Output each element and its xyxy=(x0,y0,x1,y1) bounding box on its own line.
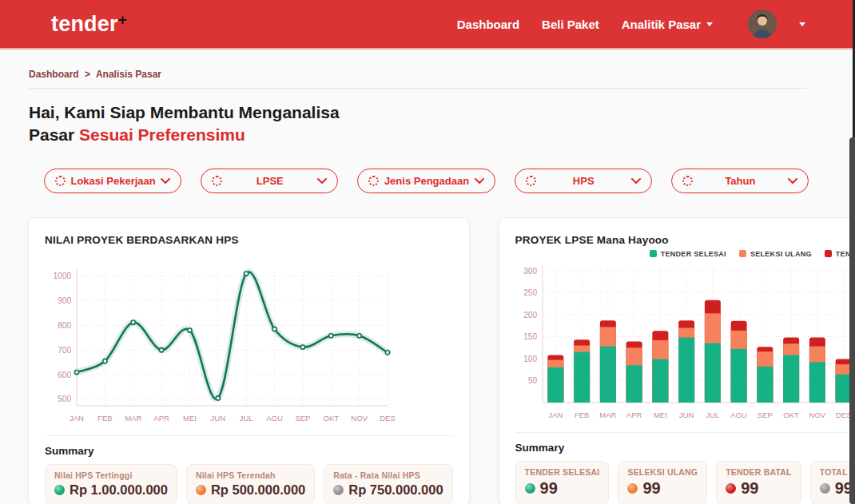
x-tick-label: APR xyxy=(153,414,169,423)
nav-item-label: Analitik Pasar xyxy=(622,18,701,31)
chevron-down-icon[interactable] xyxy=(799,22,805,26)
page-title-line1: Hai, Kami Siap Membantu Menganalisa xyxy=(29,103,340,121)
x-tick-label: JAN xyxy=(70,414,84,423)
y-tick-label: 900 xyxy=(58,296,71,305)
filter-tahun[interactable]: Tahun xyxy=(671,169,809,193)
y-tick-label: 600 xyxy=(58,370,71,379)
legend-label: TENDER SELESAI xyxy=(661,250,726,258)
summary-card-value: Rp 750.000.000 xyxy=(348,482,443,498)
logo-text: tender xyxy=(51,12,118,36)
chart-legend: TENDER SELESAISELEKSI ULANGTENDER BATAL xyxy=(517,250,855,258)
dashed-circle-icon xyxy=(212,176,222,186)
y-tick-label: 100 xyxy=(523,354,537,363)
filter-jenis-pengadaan[interactable]: Jenis Pengadaan xyxy=(357,169,495,193)
app-header: tender+ DashboardBeli PaketAnalitik Pasa… xyxy=(0,0,855,50)
data-point-marker xyxy=(385,350,389,354)
logo-plus: + xyxy=(118,11,127,28)
y-tick-label: 700 xyxy=(58,345,71,354)
main-nav: DashboardBeli PaketAnalitik Pasar xyxy=(457,10,805,38)
legend-swatch xyxy=(650,250,657,257)
data-point-marker xyxy=(131,320,135,324)
lpse-chart-card: PROYEK LPSE Mana Hayooo TENDER SELESAISE… xyxy=(499,217,855,504)
x-tick-label: FEB xyxy=(97,414,112,423)
summary-card-nilai-hps-terendah: Nilai HPS TerendahRp 500.000.000 xyxy=(186,464,315,504)
x-tick-label: SEP xyxy=(757,411,772,419)
summary-card-value: Rp 500.000.000 xyxy=(211,482,305,498)
x-tick-label: SEP xyxy=(295,414,310,423)
summary-card-total-tender: TOTAL TENDER999 xyxy=(810,461,855,504)
data-point-marker xyxy=(188,328,192,332)
x-tick-label: NOV xyxy=(809,411,825,419)
filter-lokasi-pekerjaan[interactable]: Lokasi Pekerjaan xyxy=(44,169,181,193)
status-dot xyxy=(333,485,344,495)
summary-card-value-row: Rp 500.000.000 xyxy=(196,482,305,498)
filter-label: HPS xyxy=(573,175,595,187)
summary-card-nilai-hps-tertinggi: Nilai HPS TertinggiRp 1.00.000.000 xyxy=(45,464,177,504)
summary-card-value-row: 99 xyxy=(726,479,792,498)
dashed-circle-icon xyxy=(368,176,379,186)
lpse-card-title: PROYEK LPSE Mana Hayooo xyxy=(515,234,855,246)
header-divider xyxy=(29,88,807,89)
dashed-circle-icon xyxy=(55,176,66,186)
x-tick-label: JUN xyxy=(211,414,226,423)
data-point-marker xyxy=(329,333,333,337)
hps-chart-card: NILAI PROYEK BERDASARKAN HPS 50060070080… xyxy=(28,217,470,504)
summary-card-value-row: Rp 1.00.000.000 xyxy=(54,482,168,498)
chevron-down-icon xyxy=(788,178,797,184)
status-dot xyxy=(726,483,736,494)
user-avatar[interactable] xyxy=(748,10,777,38)
filter-label: Tahun xyxy=(725,175,755,187)
filter-lpse[interactable]: LPSE xyxy=(201,169,338,193)
summary-card-label: Nilai HPS Tertinggi xyxy=(54,470,168,480)
bar-segment-tender-selesai xyxy=(652,359,668,402)
hps-card-title: NILAI PROYEK BERDASARKAN HPS xyxy=(45,234,453,246)
legend-item-tender-selesai: TENDER SELESAI xyxy=(650,250,726,258)
data-point-marker xyxy=(357,333,361,337)
summary-card-value: 99 xyxy=(741,479,758,498)
y-tick-label: 50 xyxy=(527,376,537,385)
nav-item-label: Dashboard xyxy=(457,18,519,31)
bar-segment-tender-selesai xyxy=(783,355,799,402)
legend-swatch xyxy=(825,250,832,257)
filter-label: Jenis Pengadaan xyxy=(384,175,469,187)
logo[interactable]: tender+ xyxy=(51,12,127,37)
y-tick-label: 1000 xyxy=(54,272,72,280)
nav-item-analitik-pasar[interactable]: Analitik Pasar xyxy=(622,18,713,31)
summary-divider xyxy=(515,432,855,433)
avatar-image xyxy=(748,10,777,38)
summary-card-label: TENDER SELESAI xyxy=(525,467,600,477)
x-tick-label: JAN xyxy=(548,411,563,419)
summary-card-value: 99 xyxy=(540,479,558,498)
x-tick-label: JUN xyxy=(678,411,694,419)
scrollbar-thumb[interactable] xyxy=(849,137,855,504)
y-tick-label: 300 xyxy=(523,266,537,275)
data-point-marker xyxy=(216,396,220,400)
summary-card-tender-batal: TENDER BATAL99 xyxy=(716,461,801,504)
summary-title: Summary xyxy=(515,442,855,454)
x-tick-label: MEI xyxy=(654,411,667,419)
status-dot xyxy=(525,483,535,494)
breadcrumb-item-dashboard[interactable]: Dashboard xyxy=(29,69,79,80)
x-tick-label: MEI xyxy=(183,414,197,423)
hps-summary-row: Nilai HPS TertinggiRp 1.00.000.000Nilai … xyxy=(45,464,453,504)
legend-label: SELEKSI ULANG xyxy=(750,250,812,258)
nav-item-dashboard[interactable]: Dashboard xyxy=(457,18,519,31)
summary-card-value: Rp 1.00.000.000 xyxy=(70,482,168,498)
bar-segment-tender-selesai xyxy=(704,343,720,402)
hps-line-chart: 5006007008009001000JANFEBMARAPRMEIJUNJUL… xyxy=(45,263,396,427)
data-point-marker xyxy=(74,370,78,374)
dashed-circle-icon xyxy=(526,176,536,186)
legend-swatch xyxy=(739,250,746,257)
bar-segment-tender-selesai xyxy=(599,346,615,402)
nav-item-beli-paket[interactable]: Beli Paket xyxy=(542,18,599,31)
y-tick-label: 800 xyxy=(58,321,71,330)
summary-card-rata-rata-nilai-hps: Rata - Rata Nilai HPSRp 750.000.000 xyxy=(324,464,452,504)
x-tick-label: AGU xyxy=(266,414,283,423)
x-tick-label: JUL xyxy=(240,414,253,423)
status-dot xyxy=(54,485,65,495)
filter-label: LPSE xyxy=(256,175,284,187)
legend-item-seleksi-ulang: SELEKSI ULANG xyxy=(739,250,812,258)
filter-label: Lokasi Pekerjaan xyxy=(70,175,155,187)
filter-hps[interactable]: HPS xyxy=(515,169,652,193)
main-content: Dashboard > Analisis Pasar Hai, Kami Sia… xyxy=(0,69,855,504)
